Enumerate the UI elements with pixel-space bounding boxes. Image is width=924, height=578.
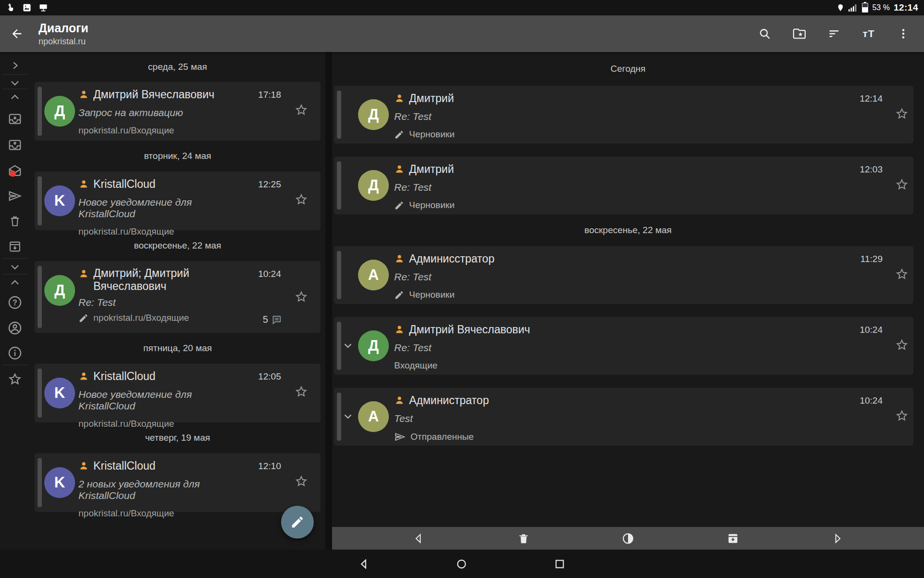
nav-home-button[interactable]: [447, 550, 476, 578]
text-size-button[interactable]: тТ: [859, 22, 879, 45]
message-time: 12:05: [258, 371, 281, 382]
next-conversation-button[interactable]: [828, 529, 847, 548]
back-button[interactable]: [0, 15, 34, 52]
page-subtitle: npokristal.ru: [38, 37, 89, 47]
swipe-bar: [337, 251, 341, 299]
subject: Re: Test: [78, 297, 248, 308]
chat-bubble-icon: [271, 315, 282, 325]
search-button[interactable]: [755, 22, 775, 45]
star-button[interactable]: [295, 193, 308, 206]
message-card[interactable]: Д Дмитрий Re: Test Черновики 12:03: [334, 157, 913, 214]
conversation-card[interactable]: K KristallCloud Новое уведомление для Kr…: [35, 171, 321, 230]
message-card[interactable]: Д Дмитрий Re: Test Черновики 12:14: [334, 86, 913, 144]
overflow-menu-button[interactable]: [893, 22, 913, 45]
sidebar-item-trash[interactable]: [6, 212, 24, 230]
conversation-card[interactable]: K KristallCloud 2 новых уведомления для …: [35, 453, 321, 512]
star-button[interactable]: [895, 338, 909, 352]
svg-text:?: ?: [13, 299, 17, 307]
compose-fab[interactable]: [281, 506, 314, 539]
starred-button[interactable]: [6, 370, 24, 388]
chevron-down-icon: [9, 261, 21, 273]
sidebar-item-sent[interactable]: [6, 187, 24, 205]
info-button[interactable]: [6, 344, 24, 362]
compose-pencil-icon: [290, 515, 305, 529]
sidebar-item-unread[interactable]: [6, 162, 24, 179]
sidebar-item-inbox[interactable]: [6, 110, 24, 128]
message-card[interactable]: А Администратор Test Отправленные 10:24: [334, 388, 913, 446]
message-time: 10:24: [860, 325, 883, 335]
collapse-section-2-button[interactable]: [6, 261, 24, 273]
send-icon: [8, 189, 22, 203]
swipe-bar: [38, 176, 42, 225]
chevron-down-icon: [9, 77, 21, 89]
expand-section-2-button[interactable]: [6, 276, 24, 289]
divider: [2, 274, 28, 275]
message-time: 11:29: [860, 254, 883, 264]
collapse-message-button[interactable]: [342, 339, 354, 352]
swipe-bar: [337, 322, 341, 370]
account-button[interactable]: [6, 319, 24, 337]
star-outline-icon: [895, 178, 909, 191]
previous-icon: [412, 532, 425, 545]
swipe-bar: [38, 266, 42, 328]
expand-panel-button[interactable]: [6, 59, 24, 72]
message-time: 12:14: [860, 93, 883, 104]
star-button[interactable]: [895, 107, 909, 120]
touch-icon: [6, 3, 15, 13]
contact-icon: [394, 253, 405, 264]
star-button[interactable]: [295, 474, 308, 488]
divider: [2, 365, 28, 365]
star-button[interactable]: [895, 178, 909, 191]
star-button[interactable]: [895, 267, 909, 281]
star-button[interactable]: [295, 103, 308, 117]
sidebar-item-outbox[interactable]: [6, 136, 24, 154]
sort-button[interactable]: [824, 22, 844, 45]
sidebar-item-archive[interactable]: [6, 238, 24, 255]
next-icon: [831, 532, 844, 545]
search-icon: [758, 27, 771, 40]
folders-button[interactable]: [789, 22, 809, 45]
nav-back-button[interactable]: [349, 550, 378, 578]
delete-button[interactable]: [514, 529, 533, 548]
conversation-card[interactable]: K KristallCloud Новое уведомление для Kr…: [35, 364, 321, 422]
help-icon: ?: [7, 295, 23, 310]
app-bar: Диалоги npokristal.ru тТ: [0, 15, 924, 52]
chevron-down-icon: [342, 410, 354, 422]
overflow-icon: [897, 27, 910, 40]
subject: Re: Test: [394, 111, 841, 122]
message-card[interactable]: Д Дмитрий Вячеславович Re: Test Входящие…: [334, 317, 913, 375]
star-button[interactable]: [295, 290, 308, 303]
nav-recents-button[interactable]: [545, 550, 574, 578]
expand-section-button[interactable]: [6, 91, 24, 104]
previous-conversation-button[interactable]: [409, 529, 428, 548]
message-time: 12:03: [860, 164, 883, 175]
android-nav-bar: [0, 550, 924, 578]
archive-button[interactable]: [723, 529, 743, 548]
help-button[interactable]: ?: [6, 294, 24, 311]
sender: Администратор: [409, 394, 489, 407]
message-card[interactable]: А Админисстратор Re: Test Черновики 11:2…: [334, 246, 913, 304]
conversation-card[interactable]: Д Дмитрий Вячеславович Запрос на активац…: [35, 82, 321, 141]
star-button[interactable]: [295, 385, 308, 398]
conversation-card[interactable]: Д Дмитрий; Дмитрий Вячеславович Re: Test…: [35, 261, 321, 333]
sidebar-rail: ?: [0, 52, 30, 550]
folder: Отправленные: [411, 432, 474, 442]
info-icon: [7, 345, 23, 361]
unread-mail-icon: [8, 163, 22, 178]
avatar: Д: [358, 99, 389, 130]
collapse-message-button[interactable]: [342, 410, 354, 422]
chevron-down-icon: [342, 339, 354, 352]
subject: Test: [394, 413, 841, 424]
unread-dot: [10, 171, 16, 177]
star-button[interactable]: [895, 409, 909, 422]
mark-seen-button[interactable]: [618, 529, 638, 548]
seen-toggle-icon: [621, 532, 635, 545]
divider: [2, 258, 28, 259]
subject: Запрос на активацию: [78, 107, 248, 118]
sent-icon: [394, 431, 406, 443]
pane-divider[interactable]: [325, 52, 332, 550]
contact-icon: [78, 460, 89, 471]
collapse-section-button[interactable]: [6, 76, 24, 90]
star-outline-icon: [895, 409, 909, 422]
swipe-bar: [38, 458, 42, 507]
